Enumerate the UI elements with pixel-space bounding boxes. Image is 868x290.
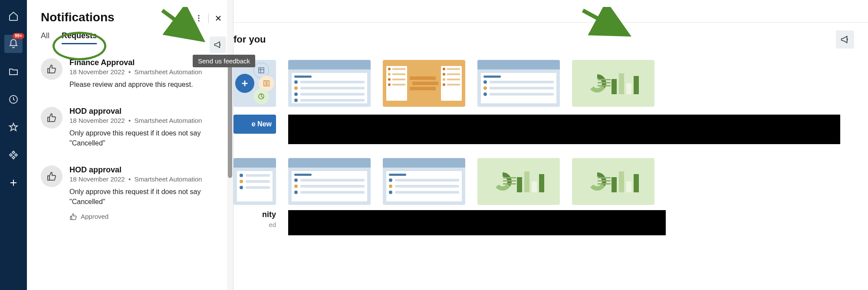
folder-icon xyxy=(8,66,19,77)
notification-avatar xyxy=(41,165,62,187)
tab-all[interactable]: All xyxy=(41,31,49,44)
template-card-grid[interactable] xyxy=(477,60,560,107)
panel-feedback-button[interactable] xyxy=(210,36,226,53)
main-title-fragment: for you xyxy=(233,34,266,45)
main-topbar xyxy=(233,0,868,23)
annotation-arrow xyxy=(159,7,211,50)
svg-line-8 xyxy=(583,10,628,35)
main-header: for you xyxy=(233,23,868,56)
svg-line-7 xyxy=(162,10,202,40)
redacted-strip xyxy=(288,115,840,144)
nav-home[interactable] xyxy=(4,7,23,25)
notification-title: HOD approval xyxy=(69,165,219,175)
redacted-strip xyxy=(288,210,666,235)
notification-status: Approved xyxy=(69,213,219,221)
notification-text: Please review and approve this request. xyxy=(69,80,219,89)
truncated-text: ed xyxy=(235,221,276,228)
thumbs-up-icon xyxy=(46,171,57,181)
panel-title: Notifications xyxy=(41,10,115,24)
star-icon xyxy=(8,122,19,132)
feedback-tooltip: Send us feedback xyxy=(193,55,255,67)
thumbs-up-icon xyxy=(46,64,57,74)
notification-meta: 18 November 2022 • Smartsheet Automation xyxy=(69,68,219,76)
create-button-row: e New xyxy=(233,107,868,144)
template-cards-row-2 xyxy=(233,144,868,205)
template-card-grid[interactable] xyxy=(233,158,276,205)
community-label-fragment: nity xyxy=(233,210,276,219)
nav-browse[interactable] xyxy=(4,63,23,81)
template-cards-row-1 xyxy=(233,56,868,107)
template-card-grid[interactable] xyxy=(288,60,371,107)
notification-item[interactable]: HOD approval 18 November 2022 • Smartshe… xyxy=(41,157,219,229)
nav-notifications[interactable]: 99+ xyxy=(4,35,23,53)
notification-list[interactable]: Finance Approval 18 November 2022 • Smar… xyxy=(27,49,233,290)
svg-rect-4 xyxy=(259,68,264,73)
template-card-grid[interactable] xyxy=(383,158,465,205)
notification-meta: 18 November 2022 • Smartsheet Automation xyxy=(69,117,219,124)
notification-title: HOD approval xyxy=(69,107,219,116)
home-icon xyxy=(8,11,19,21)
apps-icon xyxy=(8,150,19,160)
panel-scrollbar[interactable] xyxy=(227,0,233,290)
nav-recents[interactable] xyxy=(4,90,23,109)
notifications-badge: 99+ xyxy=(13,33,24,39)
nav-favorites[interactable] xyxy=(4,118,23,136)
clock-icon xyxy=(8,94,19,105)
megaphone-icon xyxy=(214,40,222,49)
thumbs-up-icon xyxy=(46,112,57,123)
nav-create[interactable] xyxy=(4,174,23,192)
main-feedback-button[interactable] xyxy=(836,30,854,49)
community-row: nity ed xyxy=(233,205,868,235)
notification-item[interactable]: HOD approval 18 November 2022 • Smartshe… xyxy=(41,98,219,157)
notification-text: Only approve this request if it does not… xyxy=(69,187,219,207)
template-card-dashboard[interactable] xyxy=(477,158,560,205)
nav-workapps[interactable] xyxy=(4,146,23,164)
tab-requests[interactable]: Requests xyxy=(62,31,97,44)
scrollbar-thumb[interactable] xyxy=(228,65,232,178)
notification-avatar xyxy=(41,58,62,80)
left-navigation: 99+ xyxy=(0,0,27,290)
megaphone-icon xyxy=(840,35,850,44)
notification-text: Only approve this request if it does not… xyxy=(69,129,219,148)
notification-meta: 18 November 2022 • Smartsheet Automation xyxy=(69,175,219,183)
panel-close-button[interactable] xyxy=(210,10,226,26)
template-card-dashboard[interactable] xyxy=(572,158,654,205)
template-card-dashboard[interactable] xyxy=(572,60,654,107)
create-new-button[interactable]: e New xyxy=(233,115,276,134)
bell-icon xyxy=(8,39,19,49)
thumbs-up-icon xyxy=(69,213,77,221)
template-card-gantt[interactable] xyxy=(383,60,465,107)
main-content: for you xyxy=(233,0,868,290)
template-card-grid[interactable] xyxy=(288,158,371,205)
notification-avatar xyxy=(41,107,62,129)
annotation-arrow xyxy=(579,7,636,46)
close-icon xyxy=(214,14,223,23)
plus-icon xyxy=(8,178,19,188)
